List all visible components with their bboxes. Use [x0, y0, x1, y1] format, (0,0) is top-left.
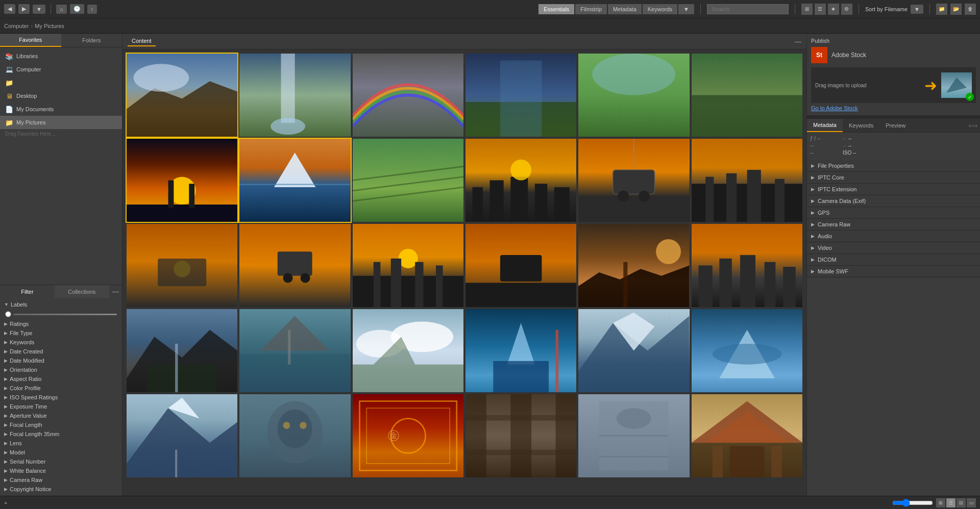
up-button[interactable]: ↑: [87, 5, 97, 14]
thumbnail[interactable]: [465, 394, 576, 477]
thumbnail[interactable]: [239, 394, 350, 477]
filter-section-focal-length[interactable]: ▶ Focal Length: [0, 420, 122, 429]
filter-section-lens[interactable]: ▶ Lens: [0, 439, 122, 448]
label-dot-white[interactable]: [5, 311, 11, 317]
meta-section-header[interactable]: ▶ GPS: [807, 207, 980, 218]
folder-icon-btn[interactable]: 📁: [936, 4, 947, 15]
nav-item-libraries[interactable]: 📚 Libraries: [0, 49, 122, 63]
thumbnail[interactable]: [578, 394, 689, 477]
thumbnail[interactable]: [239, 139, 350, 222]
stock-upload-area[interactable]: Drag images to upload ➜ ✓: [811, 67, 976, 103]
delete-icon-btn[interactable]: 🗑: [965, 4, 976, 15]
settings-icon[interactable]: ⚙: [841, 4, 852, 15]
thumbnail[interactable]: ㊎: [353, 394, 463, 477]
tab-keywords[interactable]: Keywords: [643, 4, 677, 14]
thumbnail[interactable]: [239, 54, 350, 137]
add-favorite-button[interactable]: +: [4, 500, 7, 506]
home-button[interactable]: ⌂: [56, 5, 67, 14]
filter-section-filetype[interactable]: ▶ File Type: [0, 328, 122, 338]
meta-tab-preview[interactable]: Preview: [879, 119, 912, 132]
star-icon[interactable]: ★: [828, 4, 839, 15]
tab-folders[interactable]: Folders: [61, 34, 122, 47]
thumbnail[interactable]: [692, 224, 802, 307]
content-tab[interactable]: Content: [128, 36, 156, 46]
filter-section-keywords[interactable]: ▶ Keywords: [0, 338, 122, 347]
meta-section-header[interactable]: ▶ Video: [807, 242, 980, 253]
thumbnail[interactable]: [578, 54, 689, 137]
dropdown-button[interactable]: ▼: [33, 5, 45, 14]
thumbnail[interactable]: [127, 54, 237, 137]
filter-section-camera-raw[interactable]: ▶ Camera Raw: [0, 475, 122, 485]
metadata-resize-handle[interactable]: ⟺: [966, 119, 980, 132]
thumbnail[interactable]: [353, 139, 463, 222]
content-minimize-button[interactable]: —: [795, 38, 801, 45]
filter-section-orientation[interactable]: ▶ Orientation: [0, 365, 122, 374]
path-segment-2[interactable]: My Pictures: [35, 23, 64, 29]
nav-item-documents[interactable]: 📄 My Documents: [0, 103, 122, 116]
thumbnail[interactable]: [127, 394, 237, 477]
path-segment[interactable]: Computer: [4, 23, 29, 29]
thumbnail[interactable]: [692, 394, 802, 477]
tab-favorites[interactable]: Favorites: [0, 34, 61, 47]
thumbnail[interactable]: [239, 309, 350, 392]
list-view-button[interactable]: ⊟: [957, 498, 966, 507]
thumbnail[interactable]: [127, 224, 237, 307]
meta-tab-keywords[interactable]: Keywords: [843, 119, 879, 132]
tab-essentials[interactable]: Essentials: [538, 4, 574, 14]
forward-button[interactable]: ▶: [18, 4, 30, 14]
meta-tab-metadata[interactable]: Metadata: [807, 119, 843, 132]
zoom-slider[interactable]: [892, 499, 933, 507]
thumbnail[interactable]: [578, 309, 689, 392]
filter-section-aperture[interactable]: ▶ Aperture Value: [0, 411, 122, 420]
meta-section-header[interactable]: ▶ Camera Data (Exif): [807, 195, 980, 207]
nav-item-unnamed[interactable]: 📁: [0, 76, 122, 89]
meta-section-header[interactable]: ▶ Mobile SWF: [807, 266, 980, 277]
filter-section-exposure[interactable]: ▶ Exposure Time: [0, 402, 122, 411]
thumbnail[interactable]: [353, 54, 463, 137]
tab-metadata[interactable]: Metadata: [608, 4, 642, 14]
back-button[interactable]: ◀: [4, 4, 15, 14]
filter-minimize-button[interactable]: —: [109, 285, 122, 298]
filter-section-labels[interactable]: ▼ Labels: [0, 300, 122, 309]
label-slider[interactable]: [13, 314, 117, 315]
meta-section-header[interactable]: ▶ Camera Raw: [807, 219, 980, 230]
sort-direction-button[interactable]: ▼: [911, 5, 923, 14]
thumbnail-view-button[interactable]: ⊞: [936, 498, 945, 507]
filter-section-date-modified[interactable]: ▶ Date Modified: [0, 356, 122, 365]
filter-section-serial[interactable]: ▶ Serial Number: [0, 457, 122, 466]
thumbnail[interactable]: [127, 139, 237, 222]
meta-section-header[interactable]: ▶ IPTC Extension: [807, 184, 980, 195]
filter-section-ratings[interactable]: ▶ Ratings: [0, 319, 122, 328]
filter-section-iso[interactable]: ▶ ISO Speed Ratings: [0, 393, 122, 402]
search-input[interactable]: [707, 4, 789, 14]
meta-section-header[interactable]: ▶ File Properties: [807, 160, 980, 171]
filter-section-copyright[interactable]: ▶ Copyright Notice: [0, 485, 122, 494]
filter-section-model[interactable]: ▶ Model: [0, 448, 122, 457]
tab-filter[interactable]: Filter: [0, 285, 55, 298]
detail-view-button[interactable]: ☰: [946, 498, 955, 507]
filter-section-white-balance[interactable]: ▶ White Balance: [0, 466, 122, 475]
recent-button[interactable]: 🕐: [70, 4, 84, 14]
tab-filmstrip[interactable]: Filmstrip: [575, 4, 607, 14]
filter-section-date-created[interactable]: ▶ Date Created: [0, 347, 122, 356]
meta-section-header[interactable]: ▶ IPTC Core: [807, 172, 980, 183]
thumbnail[interactable]: [692, 309, 802, 392]
thumbnail[interactable]: [353, 224, 463, 307]
thumbnail[interactable]: [578, 224, 689, 307]
list-view-icon[interactable]: ☰: [815, 4, 826, 15]
nav-item-desktop[interactable]: 🖥 Desktop: [0, 89, 122, 103]
tab-keywords-dropdown[interactable]: ▼: [678, 4, 694, 14]
thumbnail[interactable]: [465, 54, 576, 137]
grid-view-icon[interactable]: ⊞: [801, 4, 813, 15]
filter-section-aspect-ratio[interactable]: ▶ Aspect Ratio: [0, 374, 122, 384]
filter-section-focal-35mm[interactable]: ▶ Focal Length 35mm: [0, 429, 122, 439]
thumbnail[interactable]: [465, 224, 576, 307]
filmstrip-view-button[interactable]: ▭: [967, 498, 976, 507]
meta-section-header[interactable]: ▶ Audio: [807, 231, 980, 242]
thumbnail[interactable]: [239, 224, 350, 307]
thumbnail[interactable]: [465, 309, 576, 392]
tab-collections[interactable]: Collections: [55, 285, 109, 298]
filter-section-color-profile[interactable]: ▶ Color Profile: [0, 384, 122, 393]
thumbnail[interactable]: [353, 309, 463, 392]
meta-section-header[interactable]: ▶ DICOM: [807, 254, 980, 265]
